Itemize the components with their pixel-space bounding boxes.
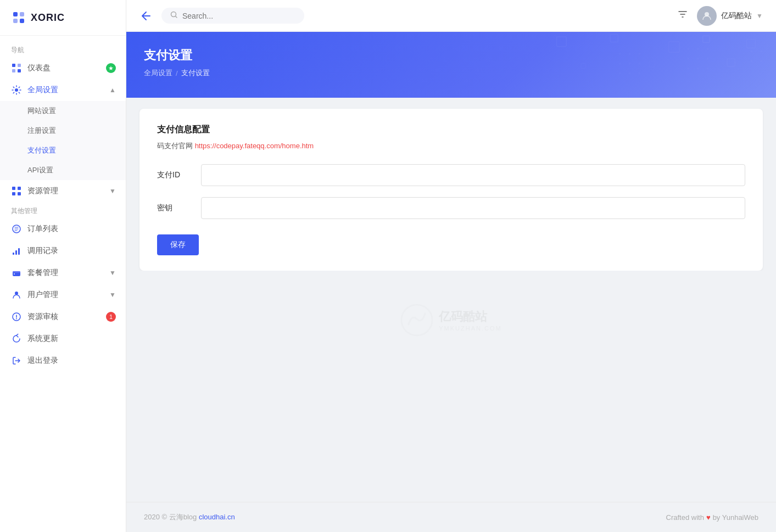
sidebar-item-dashboard-label: 仪表盘 [27,63,51,73]
secret-key-input[interactable] [201,197,745,219]
svg-point-8 [15,88,18,92]
page-title: 支付设置 [144,47,758,64]
footer-link[interactable]: cloudhai.cn [199,513,235,521]
breadcrumb-parent: 全局设置 [144,68,172,78]
sidebar-item-resource-management[interactable]: 资源管理 ▼ [0,180,126,202]
sidebar-item-system-update-label: 系统更新 [27,334,58,344]
card-subtitle-link[interactable]: https://codepay.fateqq.com/home.htm [195,142,314,150]
svg-point-19 [14,273,15,275]
breadcrumb-current: 支付设置 [181,68,210,78]
svg-rect-0 [13,12,18,16]
username-label: 亿码酷站 [721,11,752,21]
search-bar[interactable] [161,8,304,24]
resource-review-badge: 1 [106,312,116,322]
sidebar-item-call-records[interactable]: 调用记录 [0,240,126,262]
svg-point-20 [15,292,18,295]
logout-icon [11,355,22,366]
breadcrumb-separator: / [176,69,178,77]
svg-rect-27 [703,36,710,42]
footer: 2020 © 云海blog cloudhai.cn Crafted with ♥… [126,502,776,532]
sidebar-item-plan-management-label: 套餐管理 [27,268,58,278]
footer-copyright: 2020 © 云海blog [144,513,197,521]
sidebar-item-logout-label: 退出登录 [27,356,58,366]
sidebar-item-user-management[interactable]: 用户管理 ▼ [0,284,126,306]
sidebar-nav: 导航 仪表盘 ★ 全局设置 ▲ 网站设置 注册设置 支付设置 API设置 [0,36,126,532]
svg-rect-18 [13,271,20,273]
svg-rect-28 [747,39,756,48]
sidebar-item-register-settings[interactable]: 注册设置 [0,121,126,141]
payment-id-input[interactable] [201,164,745,186]
sidebar-item-order-list[interactable]: 订单列表 [0,218,126,240]
sidebar-item-logout[interactable]: 退出登录 [0,350,126,372]
svg-point-51 [761,51,763,53]
svg-rect-14 [13,253,14,255]
payment-config-card: 支付信息配置 码支付官网 https://codepay.fateqq.com/… [139,109,763,271]
sidebar-item-site-settings[interactable]: 网站设置 [0,101,126,121]
resource-management-icon [11,186,22,197]
svg-rect-2 [13,19,18,23]
secret-key-row: 密钥 [157,197,745,219]
dashboard-icon [11,63,22,74]
svg-rect-7 [18,69,21,72]
card-subtitle-text: 码支付官网 [157,142,193,150]
logo-area: XORIC [0,0,126,36]
sidebar-item-api-settings[interactable]: API设置 [0,160,126,180]
card-title: 支付信息配置 [157,124,745,136]
dashboard-badge: ★ [106,63,116,73]
svg-rect-16 [18,248,20,255]
svg-rect-15 [15,250,17,255]
search-icon [170,11,178,20]
sidebar-item-global-settings-label: 全局设置 [27,85,58,95]
sidebar-item-resource-review[interactable]: 资源审核 1 [0,306,126,328]
svg-rect-12 [18,192,21,195]
user-management-icon [11,289,22,300]
svg-rect-5 [18,64,21,67]
watermark-text: 亿码酷站 [439,309,501,325]
footer-left: 2020 © 云海blog cloudhai.cn [144,512,235,522]
global-settings-chevron: ▲ [109,86,116,94]
topbar-right: 亿码酷站 ▼ [677,6,763,26]
svg-rect-25 [610,34,618,42]
resource-management-chevron: ▼ [109,187,116,195]
plan-management-icon [11,267,22,278]
watermark-area: 亿码酷站 YMKUZHAN.COM [139,271,763,359]
user-menu[interactable]: 亿码酷站 ▼ [697,6,763,26]
logo-icon [11,10,26,25]
sidebar-item-system-update[interactable]: 系统更新 [0,328,126,350]
global-settings-submenu: 网站设置 注册设置 支付设置 API设置 [0,101,126,180]
order-list-icon [11,223,22,234]
svg-rect-6 [12,69,15,72]
svg-rect-9 [12,187,15,190]
sidebar-item-payment-settings[interactable]: 支付设置 [0,141,126,160]
back-button[interactable] [139,9,153,23]
sidebar-item-user-management-label: 用户管理 [27,290,58,300]
search-input[interactable] [182,12,292,20]
sidebar-item-global-settings[interactable]: 全局设置 ▲ [0,79,126,101]
sidebar-item-dashboard[interactable]: 仪表盘 ★ [0,57,126,79]
svg-rect-10 [18,187,21,190]
footer-right: Crafted with ♥ by YunhaiWeb [666,513,758,522]
page-content: 支付设置 全局设置 / 支付设置 支付信息配置 码支付官网 https://co… [126,32,776,532]
global-settings-icon [11,85,22,96]
payment-id-row: 支付ID [157,164,745,186]
avatar [697,6,717,26]
svg-rect-24 [557,37,567,47]
card-area: 支付信息配置 码支付官网 https://codepay.fateqq.com/… [126,98,776,502]
sidebar-item-resource-management-label: 资源管理 [27,186,58,196]
filter-icon[interactable] [677,9,688,23]
sidebar-item-plan-management[interactable]: 套餐管理 ▼ [0,262,126,284]
breadcrumb: 全局设置 / 支付设置 [144,68,758,78]
footer-crafted-prefix: Crafted with [666,513,704,522]
page-header: 支付设置 全局设置 / 支付设置 [126,32,776,98]
heart-icon: ♥ [706,513,711,522]
nav-section-navigation: 导航 [0,41,126,57]
watermark-subtext: YMKUZHAN.COM [439,325,501,332]
topbar: 亿码酷站 ▼ [126,0,776,32]
card-subtitle: 码支付官网 https://codepay.fateqq.com/home.ht… [157,141,745,151]
system-update-icon [11,333,22,344]
svg-rect-4 [12,64,15,67]
plan-management-chevron: ▼ [109,269,116,277]
username-chevron: ▼ [756,12,763,20]
logo-text: XORIC [31,12,65,24]
save-button[interactable]: 保存 [157,234,199,255]
